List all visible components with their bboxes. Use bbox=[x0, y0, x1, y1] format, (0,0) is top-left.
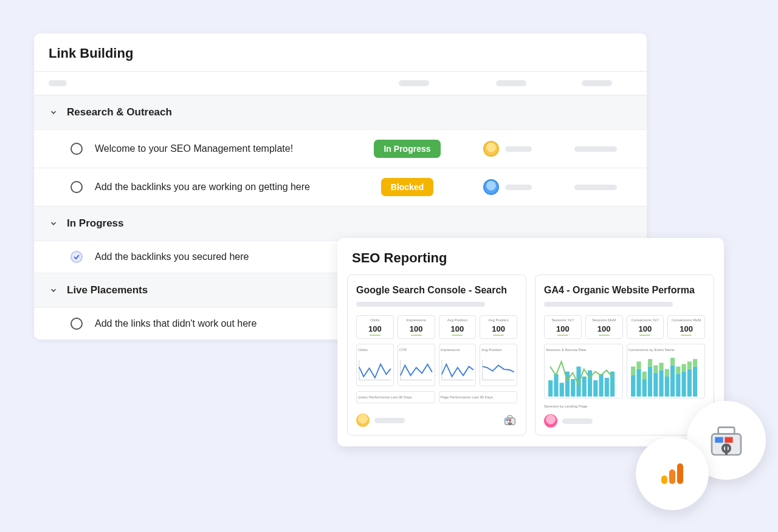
placeholder-pill bbox=[374, 418, 405, 423]
report-body: Google Search Console - Search Clicks 10… bbox=[337, 275, 724, 446]
svg-rect-51 bbox=[725, 437, 732, 443]
svg-rect-45 bbox=[687, 361, 691, 369]
svg-rect-40 bbox=[676, 374, 680, 397]
group-title: Live Placements bbox=[67, 284, 148, 296]
report-header: SEO Reporting bbox=[337, 238, 724, 275]
task-checkbox-checked[interactable] bbox=[71, 251, 83, 263]
svg-rect-24 bbox=[631, 375, 635, 397]
line-chart: Clicks bbox=[356, 344, 394, 386]
status-badge[interactable]: Blocked bbox=[381, 178, 433, 196]
metric-box: Sessions YoY 100 bbox=[544, 315, 582, 339]
column-headers bbox=[34, 72, 647, 95]
task-checkbox[interactable] bbox=[71, 318, 83, 330]
toolbox-icon bbox=[503, 413, 517, 428]
svg-rect-9 bbox=[508, 416, 512, 418]
line-chart: Impressions bbox=[439, 344, 477, 386]
placeholder-pill bbox=[356, 302, 485, 307]
placeholder-pill bbox=[562, 418, 593, 424]
placeholder-pill bbox=[505, 146, 532, 152]
svg-rect-36 bbox=[664, 377, 669, 397]
status-badge[interactable]: In Progress bbox=[374, 140, 440, 158]
svg-rect-43 bbox=[681, 364, 686, 371]
panel-title: Google Search Console - Search bbox=[356, 285, 517, 296]
panel-footer bbox=[356, 407, 517, 428]
svg-rect-19 bbox=[588, 370, 592, 397]
analytics-icon bbox=[661, 463, 683, 484]
search-console-icon bbox=[707, 421, 746, 460]
task-row[interactable]: Add the backlinks you are working on get… bbox=[34, 168, 647, 206]
svg-rect-11 bbox=[509, 419, 511, 421]
metric-row: Clicks 100 Impressions 100 Avg Position … bbox=[356, 315, 517, 339]
footer-avatar bbox=[356, 414, 370, 427]
svg-rect-29 bbox=[642, 372, 646, 379]
svg-rect-21 bbox=[599, 374, 603, 397]
svg-rect-41 bbox=[676, 367, 680, 374]
svg-rect-14 bbox=[560, 383, 564, 397]
chevron-down-icon bbox=[49, 107, 58, 117]
svg-rect-25 bbox=[631, 367, 635, 375]
svg-rect-37 bbox=[664, 369, 669, 377]
group-header-inprogress[interactable]: In Progress bbox=[34, 206, 647, 241]
report-panel-gsc[interactable]: Google Search Console - Search Clicks 10… bbox=[347, 275, 526, 435]
table-placeholder: Page Performance Last 30 Days bbox=[439, 391, 518, 403]
group-title: In Progress bbox=[67, 217, 124, 230]
svg-rect-27 bbox=[636, 361, 641, 369]
metric-box: Avg Position 100 bbox=[480, 315, 517, 339]
line-chart: Avg Position bbox=[480, 344, 517, 386]
task-title: Add the backlinks you are working on get… bbox=[95, 182, 359, 193]
group-header-research[interactable]: Research & Outreach bbox=[34, 95, 647, 130]
svg-rect-44 bbox=[687, 369, 691, 397]
line-chart: CTR bbox=[398, 344, 435, 386]
card-title: Link Building bbox=[49, 46, 632, 61]
metric-box: Clicks 100 bbox=[356, 315, 394, 339]
placeholder-pill bbox=[574, 185, 617, 190]
card-header: Link Building bbox=[34, 33, 647, 72]
task-row[interactable]: Welcome to your SEO Management template!… bbox=[34, 130, 647, 168]
task-checkbox[interactable] bbox=[71, 181, 83, 193]
svg-rect-34 bbox=[659, 370, 663, 397]
svg-rect-47 bbox=[693, 359, 697, 366]
assignee-avatar[interactable] bbox=[483, 179, 499, 195]
svg-rect-30 bbox=[647, 367, 652, 397]
table-placeholder: Query Performance Last 30 Days bbox=[356, 391, 435, 403]
bar-chart: Sessions & Bounce Rate bbox=[544, 344, 623, 398]
svg-rect-20 bbox=[593, 380, 597, 397]
report-panel-ga4[interactable]: GA4 - Organic Website Performa Sessions … bbox=[535, 275, 714, 435]
svg-rect-35 bbox=[659, 363, 663, 370]
chevron-down-icon bbox=[49, 285, 58, 295]
svg-rect-18 bbox=[582, 377, 587, 397]
svg-rect-49 bbox=[718, 428, 735, 434]
assignee-avatar[interactable] bbox=[483, 141, 499, 157]
group-title: Research & Outreach bbox=[67, 106, 172, 118]
placeholder-pill bbox=[574, 146, 617, 152]
task-checkbox[interactable] bbox=[71, 143, 83, 155]
metric-row: Sessions YoY 100 Sessions MoM 100 Conver… bbox=[544, 315, 705, 339]
metric-box: Impressions 100 bbox=[398, 315, 435, 339]
panel-footer bbox=[544, 408, 705, 428]
svg-rect-31 bbox=[647, 359, 652, 366]
ga4-icon-circle bbox=[636, 437, 709, 510]
svg-rect-38 bbox=[670, 366, 674, 397]
svg-rect-33 bbox=[653, 366, 658, 373]
stacked-bar-chart: Conversions by Event Name bbox=[627, 344, 706, 398]
chart-row: Sessions & Bounce Rate Conversions by Ev… bbox=[544, 344, 705, 398]
panel-title: GA4 - Organic Website Performa bbox=[544, 285, 705, 296]
chart-row: Clicks CTR Impressions Avg Position bbox=[356, 344, 517, 386]
metric-box: Conversions YoY 100 bbox=[627, 315, 664, 339]
footer-avatar bbox=[544, 414, 557, 428]
svg-rect-16 bbox=[571, 379, 575, 397]
svg-rect-12 bbox=[548, 380, 553, 397]
metric-box: Sessions MoM 100 bbox=[585, 315, 623, 339]
report-title: SEO Reporting bbox=[352, 250, 709, 266]
seo-reporting-card: SEO Reporting Google Search Console - Se… bbox=[337, 238, 724, 446]
metric-box: Conversions MoM 100 bbox=[667, 315, 705, 339]
placeholder-pill bbox=[505, 185, 532, 190]
svg-rect-32 bbox=[653, 373, 658, 397]
chevron-down-icon bbox=[49, 219, 58, 228]
svg-rect-28 bbox=[642, 379, 646, 397]
svg-rect-22 bbox=[605, 378, 609, 397]
svg-rect-42 bbox=[681, 372, 686, 397]
task-title: Welcome to your SEO Management template! bbox=[95, 143, 359, 154]
svg-rect-46 bbox=[693, 367, 697, 397]
placeholder-pill bbox=[544, 302, 673, 307]
